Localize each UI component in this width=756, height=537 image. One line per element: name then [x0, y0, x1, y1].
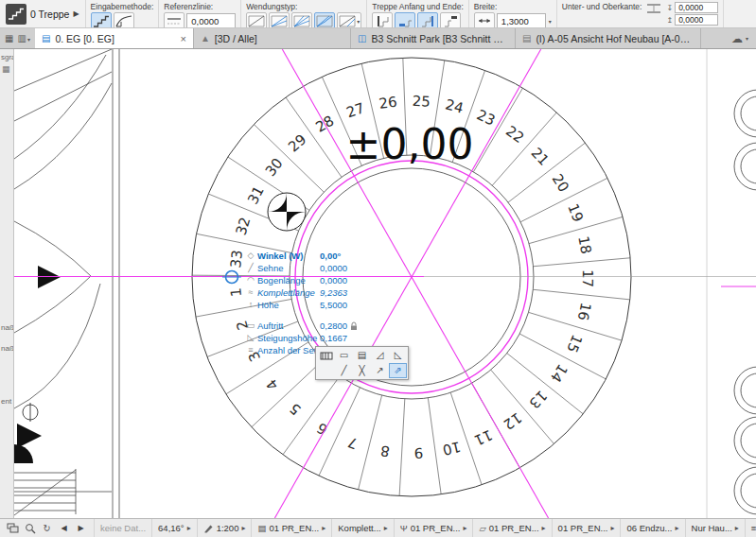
lock-icon[interactable] — [350, 321, 358, 331]
tracker-row[interactable]: ◺Steigungshöhe0,1667 — [244, 332, 378, 344]
eingabemethode-section: Eingabemethode: — [86, 0, 160, 27]
panel-grid-icon: ▦ — [2, 64, 10, 74]
floor-plan-icon: ▤ — [42, 33, 50, 43]
stair-tool-icon[interactable] — [6, 4, 26, 25]
end-tread-icon[interactable] — [440, 12, 461, 28]
flyout-arrow-icon[interactable]: ▸ — [187, 524, 191, 532]
tracker-value[interactable]: 0,2800 — [320, 320, 347, 332]
box-constraint2-icon[interactable]: ▤ — [353, 348, 371, 363]
tab-list-icon[interactable]: ▥▾ — [17, 33, 29, 43]
end-riser-icon[interactable] — [417, 12, 438, 28]
collapsed-left-panel[interactable]: ▦ sgranaß.naß.ent — [0, 49, 14, 518]
stair-straight-icon[interactable] — [91, 12, 112, 28]
breite-flyout-icon[interactable]: ▾ — [549, 18, 552, 25]
tracker-label: Auftritt — [257, 320, 320, 332]
statusbar-item-11[interactable]: ≡ÖNORM...▸ — [746, 519, 756, 537]
layers-panel-icon[interactable] — [6, 523, 20, 533]
tracker-row[interactable]: ◇Winkel (W)0,00° — [244, 250, 378, 262]
breite-value-field[interactable]: 1,3000 — [497, 13, 546, 29]
tracker-value[interactable]: 0,0000 — [320, 262, 347, 274]
back-icon[interactable]: ◀ — [57, 525, 71, 532]
winder-more-icon[interactable]: ▾ — [337, 12, 361, 28]
flyout-arrow-icon[interactable]: ▸ — [542, 524, 546, 532]
tab-label: (I) A-05 Ansicht Hof Neubau [A-05 Ansich… — [536, 33, 694, 44]
tracker-value[interactable]: 0,00° — [320, 250, 341, 262]
tread-number: 11 — [472, 426, 496, 449]
referenzlinie-value-field[interactable]: 0,0000 — [186, 13, 236, 29]
statusbar-item-7[interactable]: ▱01 PR_EN...▸ — [473, 519, 552, 537]
gravity-icon[interactable] — [317, 348, 335, 363]
winder-none-icon[interactable] — [246, 12, 267, 28]
quick-options-icon[interactable]: ▦ — [5, 33, 13, 43]
tracker-row[interactable]: ≈Komplettlänge9,2363 — [244, 286, 378, 299]
statusbar-item-1[interactable]: keine Dat... — [95, 519, 152, 537]
tracker-row[interactable]: ▭Auftritt0,2800 — [244, 320, 378, 332]
winder-equal-icon[interactable] — [269, 12, 290, 28]
tracker-value[interactable]: 9,2363 — [320, 286, 347, 299]
incline-guide-icon[interactable]: ↗ — [371, 363, 389, 378]
stair-winder-icon[interactable] — [114, 12, 134, 28]
box-constraint-icon[interactable]: ▭ — [335, 348, 353, 363]
pencil-icon — [203, 523, 214, 533]
tread-number: 30 — [262, 155, 287, 180]
reference-line-icon[interactable] — [164, 12, 185, 28]
tracker-row[interactable]: ◠Bogenlänge0,0000 — [244, 274, 378, 286]
view-tab-2[interactable]: ▲[3D / Alle] — [194, 28, 351, 48]
tool-flyout-chevron-icon[interactable]: ▶ — [73, 9, 79, 18]
view-tab-4[interactable]: ▤(I) A-05 Ansicht Hof Neubau [A-05 Ansic… — [516, 28, 701, 48]
tracker-value[interactable]: 0,0000 — [320, 274, 347, 286]
tread-depth-icon: ▭ — [244, 320, 257, 332]
unterkante-value-field[interactable]: 0,0000 — [675, 2, 718, 13]
statusbar-item-5[interactable]: Komplett...▸ — [332, 519, 394, 537]
statusbar-item-2[interactable]: 64,16°▸ — [152, 519, 198, 537]
floor-plan-svg: 1234567891011121314151617181920212223242… — [14, 49, 756, 518]
wendungstyp-label: Wendungstyp: — [246, 2, 361, 11]
tab-close-icon[interactable]: × — [175, 33, 185, 44]
flyout-arrow-icon[interactable]: ▸ — [610, 524, 614, 532]
levels-icon — [646, 2, 661, 17]
teamwork-cloud-icon[interactable]: ☁ — [731, 32, 743, 45]
standard-icon: ≡ — [751, 524, 756, 533]
zoom-icon[interactable] — [23, 523, 37, 534]
statusbar-label: 1:200 — [217, 523, 239, 533]
flyout-arrow-icon[interactable]: ▸ — [384, 524, 388, 532]
flyout-arrow-icon[interactable]: ▸ — [241, 524, 245, 532]
status-bar: ↻◀▶keine Dat...64,16°▸1:200▸▤01 PR_EN...… — [0, 518, 756, 537]
layer-combo-icon: ▤ — [257, 524, 266, 533]
flyout-arrow-icon[interactable]: ▸ — [463, 524, 466, 532]
statusbar-item-10[interactable]: Nur Hau...▸ — [686, 519, 746, 537]
start-riser-icon[interactable] — [372, 12, 393, 28]
tracker-row[interactable]: ↕Höhe5,5000 — [244, 299, 378, 311]
statusbar-item-6[interactable]: Ψ01 PR_EN...▸ — [395, 519, 474, 537]
statusbar-item-3[interactable]: 1:200▸ — [198, 519, 253, 537]
diag-down-icon[interactable]: ◿ — [371, 348, 389, 363]
breite-section: Breite: 1,3000 ▾ — [469, 0, 557, 27]
tracker-label: Winkel (W) — [257, 250, 320, 262]
cloud-menu-icon[interactable]: ▾ — [746, 35, 748, 42]
view-tab-1[interactable]: ▤0. EG [0. EG]× — [35, 28, 194, 48]
winder-balanced-icon[interactable] — [314, 12, 335, 28]
tracker-value[interactable]: 0,1667 — [320, 332, 347, 344]
parallel-guide-icon[interactable]: ╱ — [335, 363, 353, 378]
statusbar-label: 01 PR_EN... — [489, 523, 539, 533]
offset-guide-icon[interactable]: ⇗ — [389, 363, 407, 378]
edit-node[interactable] — [222, 271, 241, 284]
statusbar-item-4[interactable]: ▤01 PR_EN...▸ — [252, 519, 332, 537]
view-tab-3[interactable]: ◫B3 Schnitt Park [B3 Schnitt Park] — [351, 28, 516, 48]
tracker-row[interactable]: ╱Sehne0,0000 — [244, 262, 378, 274]
forward-icon[interactable]: ▶ — [74, 525, 88, 532]
oberkante-value-field[interactable]: 0,0000 — [675, 14, 718, 26]
diag-up-icon[interactable]: ◺ — [389, 348, 407, 363]
statusbar-item-9[interactable]: 06 Endzu...▸ — [621, 519, 685, 537]
intersection-guide-icon[interactable]: ╳ — [353, 363, 371, 378]
flyout-arrow-icon[interactable]: ▸ — [735, 524, 739, 532]
flyout-arrow-icon[interactable]: ▸ — [676, 524, 679, 532]
flyout-arrow-icon[interactable]: ▸ — [322, 524, 325, 532]
tracker-value[interactable]: 5,5000 — [320, 299, 347, 311]
statusbar-tools: ↻◀▶ — [0, 519, 95, 537]
drawing-canvas[interactable]: 1234567891011121314151617181920212223242… — [14, 49, 756, 518]
start-tread-icon[interactable] — [395, 12, 415, 28]
winder-fan-icon[interactable] — [291, 12, 312, 28]
rotate-view-icon[interactable]: ↻ — [40, 524, 54, 533]
statusbar-item-8[interactable]: 01 PR_EN...▸ — [553, 519, 622, 537]
